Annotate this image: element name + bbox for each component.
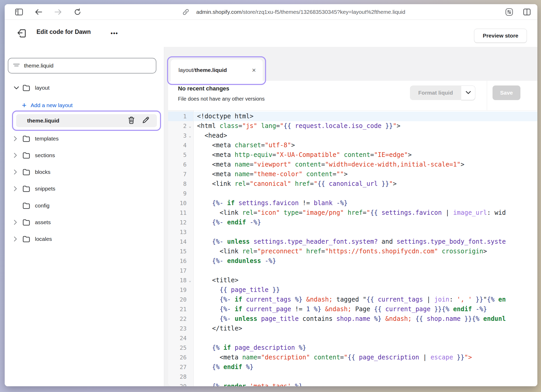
line-number: 17 — [168, 266, 193, 275]
code-line — [194, 266, 537, 275]
back-icon[interactable] — [33, 6, 44, 18]
url-path: /store/rzq1xu-f5/themes/132683530345?key… — [242, 9, 405, 15]
tree-item-config[interactable]: config — [5, 199, 164, 212]
tree-item-label: Add a new layout — [31, 102, 73, 108]
code-editor[interactable]: 12⌄3⌄456789101112131415161718⌄1920212223… — [168, 111, 537, 386]
code-line: {% render 'meta-tags' %} — [194, 382, 537, 386]
line-number: 8 — [168, 179, 193, 189]
code-line — [194, 333, 537, 343]
folder-icon — [22, 169, 30, 175]
line-number: 5 — [168, 150, 193, 160]
rename-file-icon[interactable] — [142, 116, 150, 125]
chevron-right-icon[interactable] — [14, 136, 21, 142]
tree-item-layout[interactable]: layout — [5, 81, 164, 95]
file-search-input[interactable]: theme.liquid — [8, 58, 156, 74]
chevron-right-icon[interactable] — [14, 152, 21, 158]
code-line: {%- endunless -%} — [194, 256, 537, 266]
code-line: <link rel="canonical" href="{{ canonical… — [194, 179, 537, 189]
chevron-right-icon[interactable] — [14, 219, 21, 225]
format-liquid-label[interactable]: Format liquid — [410, 85, 461, 100]
folder-icon — [22, 219, 30, 226]
reload-icon[interactable] — [72, 6, 83, 18]
chevron-right-icon[interactable] — [14, 169, 21, 175]
code-line: <html class="js" lang="{{ request.locale… — [194, 121, 537, 131]
editor-panel: No recent changes File does not have any… — [168, 81, 537, 386]
tree-item-label: blocks — [35, 169, 51, 175]
line-number: 19 — [168, 285, 193, 295]
tree-item-blocks[interactable]: blocks — [5, 165, 164, 179]
line-number-gutter: 12⌄3⌄456789101112131415161718⌄1920212223… — [168, 111, 194, 386]
line-number: 16 — [168, 256, 193, 266]
code-line: <title> — [194, 275, 537, 285]
fold-toggle-icon[interactable]: ⌄ — [187, 124, 193, 128]
tree-item-locales[interactable]: locales — [5, 232, 164, 246]
save-button[interactable]: Save — [493, 85, 520, 100]
browser-toolbar: admin.shopify.com/store/rzq1xu-f5/themes… — [5, 4, 537, 20]
file-sidebar: theme.liquid layout+Add a new layoutthem… — [5, 47, 164, 386]
line-number: 29 — [168, 382, 193, 386]
line-number: 18⌄ — [168, 275, 193, 285]
tab-theme-liquid[interactable]: layout/theme.liquid × — [171, 59, 263, 81]
code-line: {%- if current_page != 1 %} &ndash; Page… — [194, 304, 537, 314]
line-number: 22 — [168, 314, 193, 324]
url-bar[interactable]: admin.shopify.com/store/rzq1xu-f5/themes… — [196, 4, 405, 20]
code-line: <link rel="icon" type="image/png" href="… — [194, 208, 537, 218]
code-line: <meta name="viewport" content="width=dev… — [194, 160, 537, 169]
tree-item-label: snippets — [35, 186, 55, 192]
code-line: <link rel="preconnect" href="https://fon… — [194, 247, 537, 256]
editor-main: layout/theme.liquid × No recent changes … — [164, 47, 537, 386]
code-line: {% endif %} — [194, 362, 537, 372]
line-number: 28 — [168, 372, 193, 382]
line-number: 27 — [168, 362, 193, 372]
code-line: </title> — [194, 324, 537, 333]
code-line: {%- endif -%} — [194, 218, 537, 227]
fold-toggle-icon[interactable]: ⌄ — [187, 133, 193, 138]
line-number: 25 — [168, 343, 193, 353]
fold-toggle-icon[interactable]: ⌄ — [187, 278, 193, 283]
chevron-down-icon[interactable] — [14, 86, 21, 90]
tab-close-icon[interactable]: × — [252, 67, 256, 74]
line-number: 26 — [168, 353, 193, 362]
folder-icon — [22, 202, 30, 209]
tree-item-label: sections — [35, 152, 55, 158]
line-number: 20 — [168, 295, 193, 304]
code-line: <meta charset="utf-8"> — [194, 140, 537, 150]
tree-item-snippets[interactable]: snippets — [5, 182, 164, 195]
more-menu-button[interactable]: ••• — [108, 28, 121, 39]
code-line: {%- unless page_title contains shop.name… — [194, 314, 537, 324]
code-line: {%- if settings.favicon != blank -%} — [194, 198, 537, 208]
filter-icon — [13, 63, 20, 69]
sidebar-toggle-icon[interactable] — [13, 6, 25, 18]
code-line: {%- if current_tags %} &ndash; tagged "{… — [194, 295, 537, 304]
forward-icon[interactable] — [52, 6, 64, 18]
tree-item-assets[interactable]: assets — [5, 216, 164, 229]
content-area: theme.liquid layout+Add a new layoutthem… — [5, 47, 537, 386]
line-number: 4 — [168, 140, 193, 150]
header-divider — [487, 81, 487, 111]
tree-item-sections[interactable]: sections — [5, 149, 164, 162]
app-header: Edit code for Dawn ••• Preview store — [5, 20, 537, 47]
chevron-right-icon[interactable] — [14, 186, 21, 192]
code-lines[interactable]: <!doctype html><html class="js" lang="{{… — [194, 111, 537, 386]
split-view-icon[interactable] — [521, 6, 533, 18]
chevron-right-icon[interactable] — [14, 236, 21, 242]
folder-icon — [22, 185, 30, 192]
tree-item-templates[interactable]: templates — [5, 132, 164, 145]
format-liquid-button[interactable]: Format liquid — [410, 85, 475, 100]
status-title: No recent changes — [178, 85, 229, 92]
chevron-down-icon — [466, 90, 471, 95]
format-dropdown-button[interactable] — [461, 85, 475, 100]
line-number: 9 — [168, 189, 193, 198]
code-line: <!doctype html> — [194, 112, 537, 121]
browser-settings-icon[interactable] — [503, 6, 515, 18]
tree-item-theme.liquid-selected[interactable]: theme.liquid — [12, 111, 161, 131]
line-number: 24 — [168, 333, 193, 343]
tree-item-add-a-new-layout[interactable]: +Add a new layout — [5, 99, 164, 112]
preview-store-button[interactable]: Preview store — [474, 29, 527, 43]
tree-item-label: assets — [35, 219, 51, 225]
folder-icon — [22, 135, 30, 142]
code-line — [194, 227, 537, 237]
code-line: {%- unless settings.type_header_font.sys… — [194, 237, 537, 247]
delete-file-icon[interactable] — [128, 116, 135, 125]
exit-editor-icon[interactable] — [15, 27, 29, 40]
